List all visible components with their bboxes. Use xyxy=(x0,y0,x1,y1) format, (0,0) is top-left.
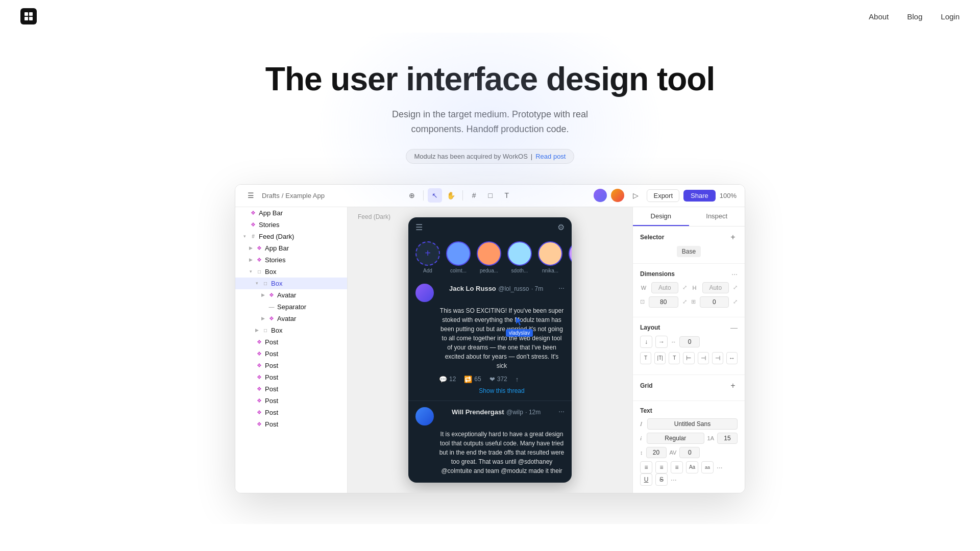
corner-field[interactable]: 80 xyxy=(649,296,678,308)
expand-icon xyxy=(248,374,254,380)
font-name[interactable]: Untitled Sans xyxy=(647,418,738,430)
like-action[interactable]: ❤ 372 xyxy=(489,375,507,383)
sidebar-item-post-1[interactable]: ❖ Post xyxy=(235,336,347,348)
sidebar-label: Feed (Dark) xyxy=(259,233,294,240)
line-height-field[interactable]: 20 xyxy=(646,447,667,458)
text-decoration-more[interactable]: ··· xyxy=(671,475,677,484)
align-left-button[interactable]: ≡ xyxy=(640,461,652,473)
acquisition-link[interactable]: Read post xyxy=(535,153,566,160)
align-text-left[interactable]: T xyxy=(640,352,651,364)
align-text-center[interactable]: |T| xyxy=(654,352,666,364)
sidebar-item-box-3[interactable]: ▶ □ Box xyxy=(235,324,347,336)
nav-about[interactable]: About xyxy=(869,12,889,21)
layout-right-button[interactable]: → xyxy=(655,336,668,348)
retweet-action[interactable]: 🔁 65 xyxy=(464,375,481,383)
layout-gap-field[interactable]: 0 xyxy=(679,336,700,347)
font-size-field[interactable]: 15 xyxy=(717,433,738,444)
story-add[interactable]: + Add xyxy=(415,241,440,273)
story-sdoth[interactable]: sdoth... xyxy=(507,241,532,273)
rect-tool-button[interactable]: □ xyxy=(483,188,498,203)
sidebar-item-avatar-2[interactable]: ▶ ❖ Avatar xyxy=(235,313,347,324)
story-vladys[interactable]: vladys... xyxy=(569,241,572,273)
text-small-button[interactable]: aa xyxy=(701,461,714,473)
share-button[interactable]: Share xyxy=(683,190,716,202)
align-text-right[interactable]: T xyxy=(669,352,680,364)
expand-padding-icon[interactable]: ⤢ xyxy=(733,298,738,305)
align-right-button[interactable]: ≡ xyxy=(671,461,683,473)
show-thread-link[interactable]: Show this thread xyxy=(415,387,565,394)
expand-h-icon[interactable]: ⤢ xyxy=(733,284,738,291)
sidebar-item-box-1[interactable]: ▾ □ Box xyxy=(235,266,347,278)
sidebar-item-app-bar[interactable]: ❖ App Bar xyxy=(235,207,347,219)
story-avatar xyxy=(538,241,562,266)
story-nnika[interactable]: nnika... xyxy=(538,241,562,273)
layout-down-button[interactable]: ↓ xyxy=(640,336,652,348)
expand-corner-icon[interactable]: ⤢ xyxy=(682,298,687,305)
sidebar-item-post-4[interactable]: ❖ Post xyxy=(235,371,347,383)
sidebar-item-separator[interactable]: — Separator xyxy=(235,301,347,313)
sidebar-item-post-6[interactable]: ❖ Post xyxy=(235,395,347,407)
play-button[interactable]: ▷ xyxy=(628,188,643,203)
hamburger-button[interactable]: ☰ xyxy=(243,188,258,203)
sidebar-item-post-5[interactable]: ❖ Post xyxy=(235,383,347,395)
tab-design[interactable]: Design xyxy=(633,207,689,226)
post-more-button[interactable]: ··· xyxy=(558,407,565,415)
sidebar-item-post-2[interactable]: ❖ Post xyxy=(235,348,347,360)
h-field[interactable]: Auto xyxy=(702,282,729,293)
text-tool-button[interactable]: T xyxy=(500,188,514,203)
post-meta: Jack Lo Russo @lol_russo · 7m xyxy=(439,284,553,293)
text-more-button[interactable]: ··· xyxy=(717,463,723,471)
sidebar-item-post-3[interactable]: ❖ Post xyxy=(235,360,347,371)
font-style[interactable]: Regular xyxy=(647,433,704,444)
nav-blog[interactable]: Blog xyxy=(907,12,922,21)
selector-add-button[interactable]: + xyxy=(728,233,738,242)
align-left[interactable]: ⊢ xyxy=(683,352,694,364)
story-pedua[interactable]: pedua... xyxy=(477,241,501,273)
selector-base-tag[interactable]: Base xyxy=(677,246,701,257)
post-meta: Will Prendergast @wilp · 12m xyxy=(439,407,553,416)
text-transform-button[interactable]: Aa xyxy=(686,461,698,473)
expand-w-icon[interactable]: ⤢ xyxy=(682,284,687,291)
align-center[interactable]: ⊣ xyxy=(698,352,709,364)
breadcrumb-page[interactable]: Example App xyxy=(285,192,325,199)
strikethrough-button[interactable]: S xyxy=(655,473,668,486)
selector-header: Selector + xyxy=(640,233,738,242)
breadcrumb-root[interactable]: Drafts xyxy=(262,192,280,199)
help-tool-button[interactable]: ⊕ xyxy=(405,188,419,203)
component-icon: ❖ xyxy=(268,291,275,298)
select-tool-button[interactable]: ↖ xyxy=(428,188,442,203)
sidebar-item-feed-dark[interactable]: ▾ # Feed (Dark) xyxy=(235,231,347,242)
export-button[interactable]: Export xyxy=(647,189,679,202)
padding-field[interactable]: 0 xyxy=(700,296,729,308)
align-stretch[interactable]: ↔ xyxy=(726,352,738,364)
frame-tool-button[interactable]: # xyxy=(467,188,481,203)
comment-action[interactable]: 💬 12 xyxy=(439,375,456,383)
sidebar-item-app-bar-child[interactable]: ▶ ❖ App Bar xyxy=(235,242,347,254)
tab-inspect[interactable]: Inspect xyxy=(689,207,745,226)
grid-add-button[interactable]: + xyxy=(728,381,738,390)
posts-container: Jack Lo Russo @lol_russo · 7m ··· This w… xyxy=(408,278,572,477)
sidebar: ❖ App Bar ❖ Stories ▾ # Feed (Dark) ▶ ❖ … xyxy=(235,207,348,493)
dimensions-more-button[interactable]: ··· xyxy=(731,270,738,278)
post-more-button[interactable]: ··· xyxy=(558,284,565,292)
w-field[interactable]: Auto xyxy=(651,282,678,293)
layout-section: Layout — ↓ → ↔ 0 T |T| T ⊢ ⊣ xyxy=(633,317,745,375)
sidebar-item-post-8[interactable]: ❖ Post xyxy=(235,418,347,430)
nav-login[interactable]: Login xyxy=(941,12,960,21)
sidebar-item-avatar-1[interactable]: ▶ ❖ Avatar xyxy=(235,289,347,301)
sidebar-item-stories[interactable]: ❖ Stories xyxy=(235,219,347,231)
sidebar-item-post-7[interactable]: ❖ Post xyxy=(235,407,347,418)
share-icon: ↑ xyxy=(516,375,519,383)
letter-spacing-field[interactable]: 0 xyxy=(679,447,700,458)
sidebar-label: Post xyxy=(265,420,278,428)
sidebar-item-box-2[interactable]: ▾ □ Box xyxy=(235,278,347,289)
sidebar-item-stories-child[interactable]: ▶ ❖ Stories xyxy=(235,254,347,266)
align-center-button[interactable]: ≡ xyxy=(655,461,668,473)
hand-tool-button[interactable]: ✋ xyxy=(444,188,458,203)
underline-button[interactable]: U xyxy=(640,473,652,486)
share-action[interactable]: ↑ xyxy=(516,375,519,383)
align-right[interactable]: ⊣ xyxy=(712,352,723,364)
layout-collapse-button[interactable]: — xyxy=(730,323,738,332)
story-colmt[interactable]: colmt... xyxy=(446,241,471,273)
logo[interactable] xyxy=(20,8,37,24)
